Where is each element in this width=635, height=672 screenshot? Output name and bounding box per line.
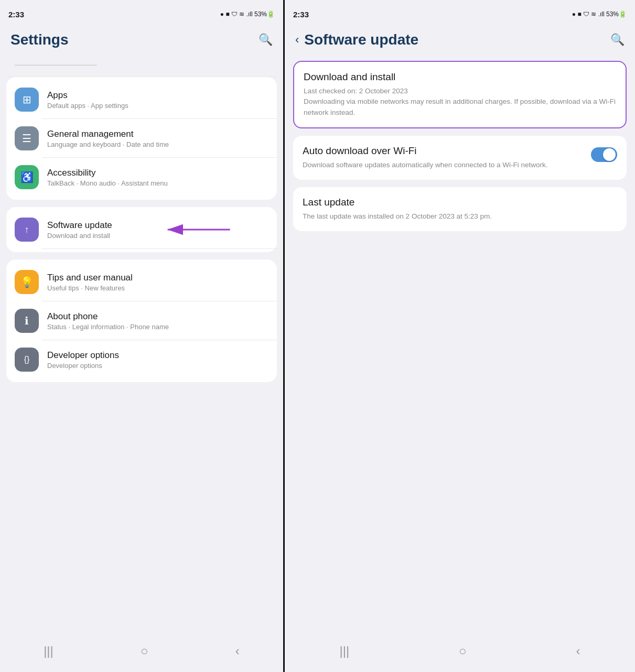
apps-icon: ⊞ (15, 88, 39, 112)
left-panel: 2:33 ● ■ 🛡 ≋ .ıll 53%🔋 Settings 🔍 ──────… (0, 0, 283, 672)
right-status-icons: ● ■ 🛡 ≋ .ıll 53%🔋 (572, 10, 627, 18)
sidebar-item-developer-options[interactable]: {} Developer options Developer options (6, 340, 277, 379)
about-phone-text: About phone Status · Legal information ·… (47, 311, 268, 331)
apps-title: Apps (47, 90, 268, 101)
about-phone-icon: ℹ (15, 309, 39, 333)
accessibility-subtitle: TalkBack · Mono audio · Assistant menu (47, 179, 268, 187)
last-update-title: Last update (303, 197, 617, 208)
sidebar-item-tips[interactable]: 💡 Tips and user manual Useful tips · New… (6, 263, 277, 301)
apps-subtitle: Default apps · App settings (47, 102, 268, 110)
sidebar-item-accessibility[interactable]: ♿ Accessibility TalkBack · Mono audio · … (6, 158, 277, 197)
right-search-icon[interactable]: 🔍 (610, 33, 625, 47)
auto-download-toggle[interactable] (591, 147, 617, 162)
right-nav-home[interactable]: ○ (459, 644, 467, 658)
general-management-subtitle: Language and keyboard · Date and time (47, 140, 268, 148)
right-top-left: ‹ Software update (295, 31, 418, 48)
partial-item: ───────────────── (6, 57, 277, 77)
settings-card-software: ↑ Software update Download and install (6, 207, 277, 252)
left-nav-back[interactable]: ‹ (235, 644, 240, 658)
right-bottom-nav: ||| ○ ‹ (285, 635, 635, 672)
developer-options-subtitle: Developer options (47, 362, 268, 370)
general-management-title: General management (47, 129, 268, 139)
left-title: Settings (10, 31, 68, 48)
sidebar-item-about-phone[interactable]: ℹ About phone Status · Legal information… (6, 301, 277, 340)
sidebar-item-software-update[interactable]: ↑ Software update Download and install (6, 210, 277, 249)
apps-text: Apps Default apps · App settings (47, 90, 268, 110)
auto-download-title: Auto download over Wi-Fi (303, 145, 585, 157)
right-status-bar: 2:33 ● ■ 🛡 ≋ .ıll 53%🔋 (285, 0, 635, 23)
left-bottom-nav: ||| ○ ‹ (0, 635, 283, 672)
download-install-card[interactable]: Download and install Last checked on: 2 … (293, 61, 627, 128)
software-update-title: Software update (47, 220, 268, 231)
auto-download-desc: Download software updates automatically … (303, 160, 585, 170)
right-nav-recent[interactable]: ||| (339, 644, 349, 658)
last-update-card: Last update The last update was installe… (293, 187, 627, 231)
developer-options-text: Developer options Developer options (47, 350, 268, 370)
software-update-subtitle: Download and install (47, 232, 268, 240)
tips-text: Tips and user manual Useful tips · New f… (47, 273, 268, 292)
auto-download-row: Auto download over Wi-Fi Download softwa… (303, 145, 617, 170)
general-management-icon: ☰ (15, 126, 39, 150)
left-nav-recent[interactable]: ||| (44, 644, 53, 658)
tips-title: Tips and user manual (47, 273, 268, 283)
sidebar-item-apps[interactable]: ⊞ Apps Default apps · App settings (6, 80, 277, 119)
back-button[interactable]: ‹ (295, 33, 299, 47)
auto-download-text: Auto download over Wi-Fi Download softwa… (303, 145, 585, 170)
developer-options-title: Developer options (47, 350, 268, 361)
sidebar-item-general-management[interactable]: ☰ General management Language and keyboa… (6, 119, 277, 158)
last-update-desc: The last update was installed on 2 Octob… (303, 211, 617, 222)
tips-subtitle: Useful tips · New features (47, 284, 268, 292)
developer-options-icon: {} (15, 348, 39, 372)
download-install-desc: Last checked on: 2 October 2023Downloadi… (304, 86, 616, 118)
download-install-title: Download and install (304, 71, 616, 83)
software-update-list: Download and install Last checked on: 2 … (285, 57, 635, 635)
software-update-icon: ↑ (15, 218, 39, 242)
accessibility-title: Accessibility (47, 168, 268, 178)
left-status-bar: 2:33 ● ■ 🛡 ≋ .ıll 53%🔋 (0, 0, 283, 23)
left-search-icon[interactable]: 🔍 (259, 33, 273, 47)
right-top-bar: ‹ Software update 🔍 (285, 23, 635, 57)
accessibility-text: Accessibility TalkBack · Mono audio · As… (47, 168, 268, 187)
left-signal-icons: ● ■ 🛡 ≋ .ıll 53%🔋 (220, 10, 275, 18)
right-time: 2:33 (293, 10, 309, 19)
right-nav-back[interactable]: ‹ (576, 644, 580, 658)
left-time: 2:33 (8, 10, 24, 19)
right-title: Software update (304, 31, 418, 48)
settings-card-2: 💡 Tips and user manual Useful tips · New… (6, 259, 277, 382)
software-update-text: Software update Download and install (47, 220, 268, 240)
auto-download-card[interactable]: Auto download over Wi-Fi Download softwa… (293, 136, 627, 180)
left-nav-home[interactable]: ○ (141, 644, 148, 658)
about-phone-subtitle: Status · Legal information · Phone name (47, 323, 268, 331)
about-phone-title: About phone (47, 311, 268, 322)
right-panel: 2:33 ● ■ 🛡 ≋ .ıll 53%🔋 ‹ Software update… (283, 0, 635, 672)
settings-list: ⊞ Apps Default apps · App settings ☰ Gen… (0, 77, 283, 635)
settings-card-1: ⊞ Apps Default apps · App settings ☰ Gen… (6, 77, 277, 200)
left-status-icons: ● ■ 🛡 ≋ .ıll 53%🔋 (220, 10, 275, 18)
partial-text: ───────────────── (15, 61, 97, 69)
right-signal-icons: ● ■ 🛡 ≋ .ıll 53%🔋 (572, 10, 627, 18)
tips-icon: 💡 (15, 270, 39, 294)
left-top-bar: Settings 🔍 (0, 23, 283, 57)
accessibility-icon: ♿ (15, 165, 39, 189)
general-management-text: General management Language and keyboard… (47, 129, 268, 148)
